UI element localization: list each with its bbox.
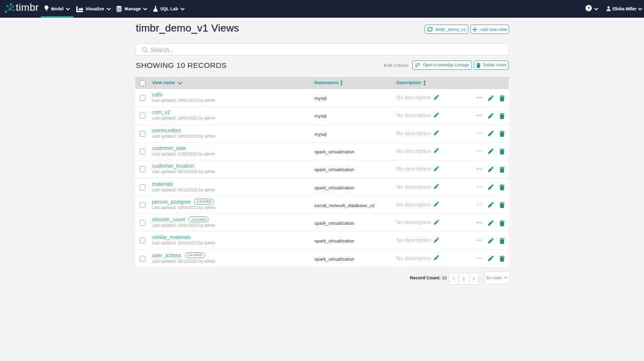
svg-text:?: ? xyxy=(587,5,590,11)
